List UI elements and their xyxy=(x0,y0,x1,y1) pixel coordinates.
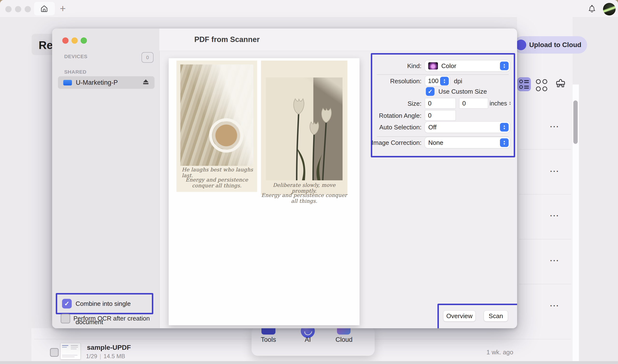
shared-device-row[interactable]: U-Marketing-P xyxy=(58,76,154,89)
card2-caption-line2: Energy and persistence conquer all thing… xyxy=(261,192,348,204)
stepper-icon[interactable]: ▲▼ xyxy=(440,77,449,85)
clean-up-button[interactable] xyxy=(554,77,567,91)
window-minimize-button[interactable] xyxy=(15,6,21,12)
list-row-divider xyxy=(519,284,571,284)
dialog-minimize-button[interactable] xyxy=(71,38,78,44)
scan-button[interactable]: Scan xyxy=(484,311,508,322)
file-select-checkbox[interactable] xyxy=(50,348,59,357)
scanner-device-icon xyxy=(63,80,72,85)
combine-checkbox-label: Combine into single document xyxy=(76,295,152,313)
image-correction-value: None xyxy=(428,139,443,146)
combine-checkbox[interactable]: ✓ xyxy=(62,299,72,309)
dialog-zoom-button[interactable] xyxy=(81,38,87,44)
scanner-sidebar: DEVICES 0 SHARED U-Marketing-P ✓ Combine… xyxy=(52,28,160,328)
cloud-upload-icon xyxy=(516,39,526,50)
browser-topbar: + xyxy=(0,0,618,18)
file-meta: 1/29 | 14.5 MB xyxy=(86,353,125,360)
dialog-title: PDF from Scanner xyxy=(194,35,259,44)
size-unit-select[interactable]: inches ▲▼ xyxy=(489,98,511,109)
grid-view-icon xyxy=(536,79,547,91)
window-close-button[interactable] xyxy=(5,6,12,12)
auto-selection-value: Off xyxy=(428,124,437,131)
window-bottom-edge xyxy=(0,361,618,364)
file-meta-separator: | xyxy=(100,353,101,360)
file-size: 14.5 MB xyxy=(103,353,125,360)
rotation-label: Rotation Angle: xyxy=(291,112,422,119)
app-window: + ··· ··· ··· ··· ··· ··· Rec Upload to … xyxy=(0,0,618,364)
upload-to-cloud-button[interactable]: Upload to Cloud xyxy=(514,36,587,53)
image-correction-dropdown[interactable]: None ▲▼ xyxy=(425,137,510,148)
card2-caption-line1: Deliberate slowly, move promptly. xyxy=(261,182,348,194)
resolution-unit: dpi xyxy=(454,78,473,85)
user-avatar[interactable] xyxy=(603,3,616,15)
resolution-field[interactable]: 100 ▲▼ xyxy=(425,76,450,86)
combine-highlight-box: ✓ Combine into single document xyxy=(56,293,153,314)
list-row-divider xyxy=(519,149,571,150)
home-icon[interactable] xyxy=(40,4,49,13)
action-buttons-highlight-box: Overview Scan xyxy=(438,304,517,328)
settings-divider xyxy=(377,74,509,75)
new-tab-button[interactable]: + xyxy=(57,3,68,14)
list-row-divider xyxy=(519,239,571,239)
row-more-button[interactable]: ··· xyxy=(545,210,564,221)
use-custom-size-checkbox[interactable]: ✓ xyxy=(426,87,435,96)
auto-selection-dropdown[interactable]: Off ▲▼ xyxy=(425,122,510,133)
image-correction-label: Image Correction: xyxy=(291,139,422,146)
use-custom-size-label: Use Custom Size xyxy=(438,87,487,96)
resolution-value: 100 xyxy=(428,77,438,84)
pdf-from-scanner-dialog: DEVICES 0 SHARED U-Marketing-P ✓ Combine… xyxy=(52,28,517,328)
file-name[interactable]: sample-UPDF xyxy=(87,344,131,351)
auto-selection-label: Auto Selection: xyxy=(291,124,422,131)
list-row-divider xyxy=(519,194,571,195)
row-more-button[interactable]: ··· xyxy=(545,300,564,311)
dialog-close-button[interactable] xyxy=(62,38,69,44)
ocr-checkbox[interactable] xyxy=(61,314,70,324)
stepper-icon[interactable]: ▲▼ xyxy=(500,62,509,70)
row-more-button[interactable]: ··· xyxy=(545,121,564,132)
settings-divider xyxy=(377,136,509,137)
file-thumbnail[interactable] xyxy=(60,343,81,359)
kind-dropdown[interactable]: Color ▲▼ xyxy=(425,60,510,71)
dock-item-cloud[interactable]: Cloud xyxy=(334,336,354,343)
notifications-bell-icon[interactable] xyxy=(587,4,596,13)
rotation-field[interactable]: 0 xyxy=(425,110,456,121)
resolution-label: Resolution: xyxy=(291,78,422,85)
shared-section-label: SHARED xyxy=(64,69,86,75)
size-height-field[interactable]: 0 xyxy=(459,98,488,109)
size-unit-value: inches xyxy=(489,100,507,107)
file-modified-time: 1 wk. ago xyxy=(487,349,513,356)
pampas-coffee-photo xyxy=(180,65,253,166)
dock-item-tools[interactable]: Tools xyxy=(256,336,281,343)
card1-caption-line1: He laughs best who laughs last. xyxy=(177,167,257,178)
color-preview-thumbnail-icon xyxy=(428,62,438,69)
scrollbar-thumb[interactable] xyxy=(573,100,578,144)
ocr-checkbox-label: Perform OCR after creation xyxy=(73,314,150,324)
device-name: U-Marketing-P xyxy=(76,76,118,89)
scanned-card-1: He laughs best who laughs last. Energy a… xyxy=(177,61,257,192)
file-pages: 1/29 xyxy=(86,353,97,360)
overview-button[interactable]: Overview xyxy=(443,311,476,322)
list-view-icon xyxy=(517,77,531,91)
grid-view-button[interactable] xyxy=(536,79,547,90)
scan-preview-page: He laughs best who laughs last. Energy a… xyxy=(168,58,360,325)
window-zoom-button[interactable] xyxy=(25,6,31,12)
row-more-button[interactable]: ··· xyxy=(545,166,564,177)
list-view-button[interactable] xyxy=(517,77,531,91)
row-more-button[interactable]: ··· xyxy=(545,255,564,266)
unit-stepper-icon: ▲▼ xyxy=(509,101,511,105)
stepper-icon[interactable]: ▲▼ xyxy=(500,123,509,131)
stepper-icon[interactable]: ▲▼ xyxy=(500,138,509,147)
kind-value: Color xyxy=(441,62,456,70)
eject-icon[interactable] xyxy=(143,79,149,84)
size-width-field[interactable]: 0 xyxy=(425,98,456,109)
dock-item-ai[interactable]: AI xyxy=(299,336,316,343)
devices-section-label: DEVICES xyxy=(64,53,87,59)
size-label: Size: xyxy=(291,100,422,107)
brush-icon xyxy=(554,77,567,91)
devices-count-badge: 0 xyxy=(142,52,154,63)
card1-caption-line2: Energy and persistence conquer all thing… xyxy=(177,177,257,189)
kind-label: Kind: xyxy=(291,62,422,70)
